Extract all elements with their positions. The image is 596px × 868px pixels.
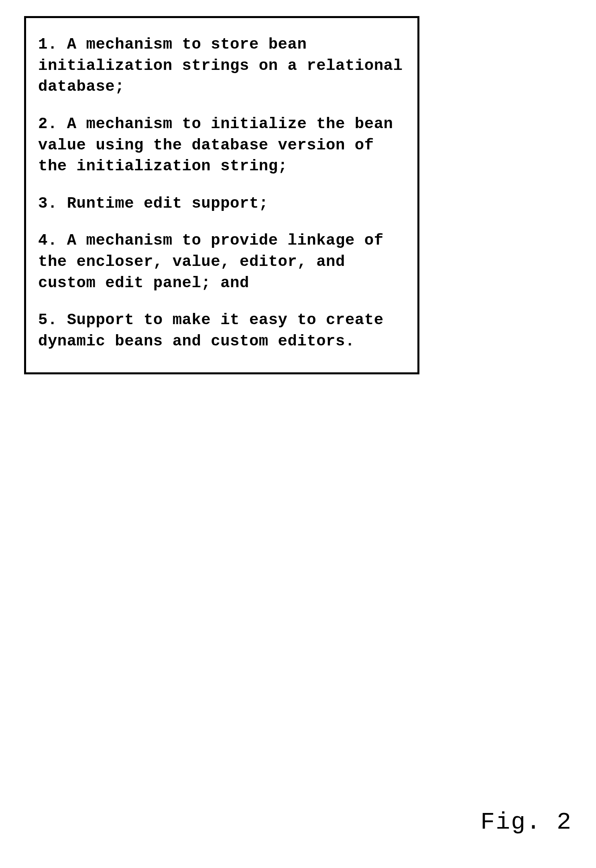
document-page: 1. A mechanism to store bean initializat… [0, 0, 596, 868]
list-item: 3. Runtime edit support; [38, 193, 405, 214]
list-item: 2. A mechanism to initialize the bean va… [38, 114, 405, 177]
content-box: 1. A mechanism to store bean initializat… [24, 16, 419, 374]
figure-label: Fig. 2 [480, 809, 572, 836]
list-item: 5. Support to make it easy to create dyn… [38, 310, 405, 352]
list-item: 4. A mechanism to provide linkage of the… [38, 230, 405, 294]
list-item: 1. A mechanism to store bean initializat… [38, 34, 405, 98]
